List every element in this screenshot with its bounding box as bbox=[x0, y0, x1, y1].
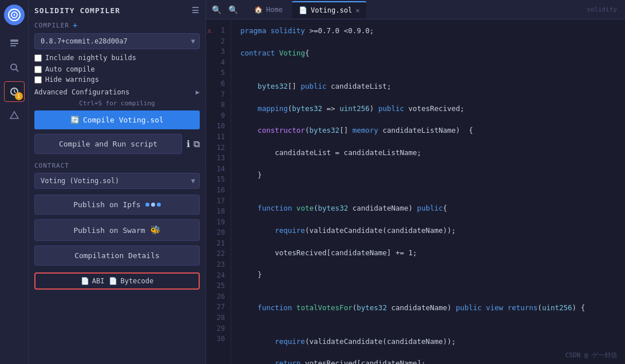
svg-point-2 bbox=[13, 14, 15, 16]
compiler-version-wrapper: 0.8.7+commit.e28d00a7 ▼ bbox=[34, 33, 200, 49]
hide-warnings-row: Hide warnings bbox=[34, 76, 200, 84]
icon-bar: 1 bbox=[0, 0, 29, 364]
zoom-out-btn[interactable]: 🔍 bbox=[209, 4, 224, 15]
voting-tab-label: Voting.sol bbox=[311, 6, 352, 14]
home-tab-icon: 🏠 bbox=[254, 6, 263, 14]
compiler-panel: SOLIDITY COMPILER ☰ COMPILER + 0.8.7+com… bbox=[29, 0, 206, 364]
sol-tab-icon: 📄 bbox=[299, 6, 307, 14]
tab-close-icon[interactable]: ✕ bbox=[355, 6, 359, 14]
auto-compile-checkbox[interactable] bbox=[34, 66, 42, 73]
bytecode-label: Bytecode bbox=[120, 277, 153, 285]
sidebar-item-files[interactable] bbox=[4, 33, 25, 54]
hide-warnings-label: Hide warnings bbox=[45, 76, 99, 84]
sidebar-item-compiler[interactable]: 1 bbox=[4, 81, 25, 102]
editor-tabs: 🔍 🔍 🏠 Home 📄 Voting.sol ✕ solidity bbox=[206, 0, 625, 19]
ipfs-icon bbox=[145, 203, 161, 207]
contract-select[interactable]: Voting (Voting.sol) bbox=[34, 173, 200, 189]
nightly-builds-label: Include nightly builds bbox=[45, 54, 136, 62]
sidebar-item-search[interactable] bbox=[4, 57, 25, 78]
auto-compile-label: Auto compile bbox=[45, 65, 95, 73]
hide-warnings-checkbox[interactable] bbox=[34, 76, 42, 84]
svg-marker-8 bbox=[10, 112, 18, 118]
compile-button[interactable]: 🔄 Compile Voting.sol bbox=[34, 110, 200, 129]
code-content[interactable]: pragma solidity >=0.7.0 <0.9.0; contract… bbox=[231, 19, 625, 364]
home-tab-label: Home bbox=[266, 6, 283, 14]
zoom-in-btn[interactable]: 🔍 bbox=[226, 4, 240, 15]
abi-label: ABI bbox=[92, 277, 105, 285]
compile-btn-label: Compile Voting.sol bbox=[83, 116, 164, 124]
publish-ipfs-label: Publish on Ipfs bbox=[73, 200, 140, 209]
code-area: ⚠ 12345678910111213141516171819202122232… bbox=[206, 19, 625, 364]
panel-menu-icon[interactable]: ☰ bbox=[192, 6, 200, 15]
svg-rect-5 bbox=[10, 45, 16, 46]
panel-title: SOLIDITY COMPILER ☰ bbox=[34, 6, 200, 15]
contract-select-wrapper: Voting (Voting.sol) ▼ bbox=[34, 173, 200, 189]
compile-run-label: Compile and Run script bbox=[59, 140, 157, 148]
tab-home[interactable]: 🏠 Home bbox=[247, 1, 290, 18]
bottom-buttons-row: 📄 ABI 📄 Bytecode bbox=[34, 272, 200, 290]
editor-area: 🔍 🔍 🏠 Home 📄 Voting.sol ✕ solidity ⚠ 123… bbox=[206, 0, 625, 364]
publish-swarm-label: Publish on Swarm bbox=[73, 226, 145, 235]
auto-compile-row: Auto compile bbox=[34, 65, 200, 73]
compile-hint: Ctrl+S for compiling bbox=[34, 100, 200, 107]
nightly-builds-checkbox[interactable] bbox=[34, 54, 42, 62]
svg-line-7 bbox=[16, 69, 18, 72]
compiler-add-btn[interactable]: + bbox=[73, 21, 78, 30]
watermark: CSDN @ ゲ一封信 bbox=[565, 351, 617, 359]
svg-point-6 bbox=[11, 64, 17, 70]
advanced-config-label: Advanced Configurations bbox=[34, 88, 129, 96]
publish-ipfs-button[interactable]: Publish on Ipfs bbox=[34, 195, 200, 215]
copy-icon[interactable]: ⧉ bbox=[193, 139, 200, 149]
line-numbers: ⚠ 12345678910111213141516171819202122232… bbox=[206, 19, 231, 364]
swarm-icon: 🐝 bbox=[150, 225, 161, 235]
error-indicator: ⚠ bbox=[207, 25, 211, 36]
bytecode-file-icon: 📄 bbox=[109, 277, 117, 285]
compile-icon: 🔄 bbox=[70, 116, 80, 124]
advanced-config-arrow: ▶ bbox=[196, 88, 200, 96]
abi-file-icon: 📄 bbox=[81, 277, 89, 285]
nightly-builds-row: Include nightly builds bbox=[34, 54, 200, 62]
compilation-details-label: Compilation Details bbox=[74, 251, 160, 260]
zoom-controls: 🔍 🔍 bbox=[209, 4, 240, 15]
app-logo bbox=[4, 5, 25, 25]
publish-swarm-button[interactable]: Publish on Swarm 🐝 bbox=[34, 219, 200, 241]
tab-voting-sol[interactable]: 📄 Voting.sol ✕ bbox=[292, 1, 366, 18]
bytecode-button[interactable]: 📄 Bytecode bbox=[109, 277, 153, 285]
compilation-details-button[interactable]: Compilation Details bbox=[34, 246, 200, 266]
info-icon[interactable]: ℹ bbox=[187, 139, 190, 149]
advanced-config-row[interactable]: Advanced Configurations ▶ bbox=[34, 87, 200, 97]
abi-button[interactable]: 📄 ABI bbox=[81, 277, 105, 285]
file-type-label: solidity bbox=[587, 6, 622, 13]
compiler-badge: 1 bbox=[15, 92, 23, 100]
contract-label: CONTRACT bbox=[34, 162, 200, 169]
sidebar-item-deploy[interactable] bbox=[4, 105, 25, 126]
compiler-section-label: COMPILER + bbox=[34, 21, 200, 30]
svg-rect-4 bbox=[10, 43, 18, 44]
panel-title-text: SOLIDITY COMPILER bbox=[34, 6, 120, 15]
compile-run-button[interactable]: Compile and Run script bbox=[34, 134, 182, 154]
compiler-version-select[interactable]: 0.8.7+commit.e28d00a7 bbox=[34, 33, 200, 49]
svg-rect-3 bbox=[10, 39, 18, 42]
